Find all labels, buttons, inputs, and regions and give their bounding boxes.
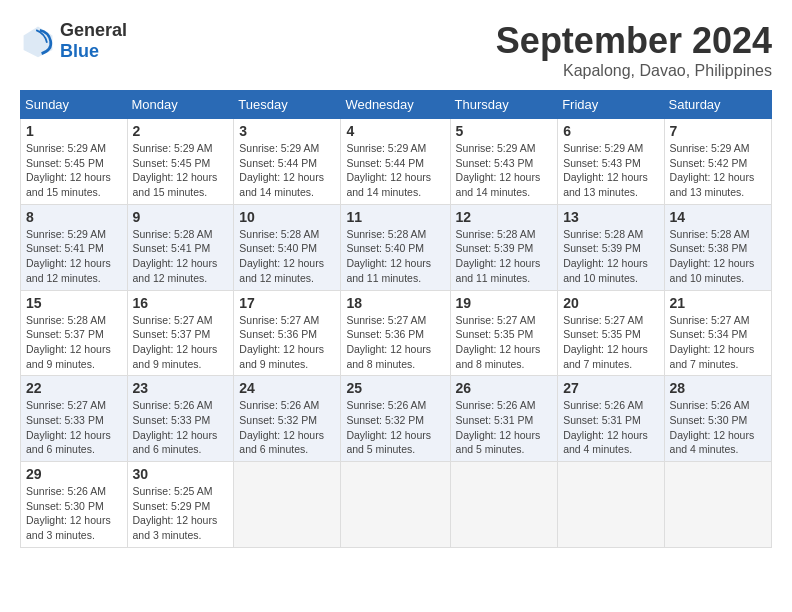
calendar-cell: 22Sunrise: 5:27 AMSunset: 5:33 PMDayligh… (21, 376, 128, 462)
day-info: Sunrise: 5:29 AMSunset: 5:42 PMDaylight:… (670, 141, 766, 200)
calendar-cell (664, 462, 771, 548)
calendar-cell: 14Sunrise: 5:28 AMSunset: 5:38 PMDayligh… (664, 204, 771, 290)
day-info: Sunrise: 5:29 AMSunset: 5:45 PMDaylight:… (26, 141, 122, 200)
logo: General Blue (20, 20, 127, 62)
calendar-week-row: 8Sunrise: 5:29 AMSunset: 5:41 PMDaylight… (21, 204, 772, 290)
day-number: 25 (346, 380, 444, 396)
day-info: Sunrise: 5:26 AMSunset: 5:32 PMDaylight:… (239, 398, 335, 457)
day-info: Sunrise: 5:25 AMSunset: 5:29 PMDaylight:… (133, 484, 229, 543)
day-info: Sunrise: 5:26 AMSunset: 5:32 PMDaylight:… (346, 398, 444, 457)
day-number: 21 (670, 295, 766, 311)
day-number: 7 (670, 123, 766, 139)
day-info: Sunrise: 5:27 AMSunset: 5:37 PMDaylight:… (133, 313, 229, 372)
title-area: September 2024 Kapalong, Davao, Philippi… (496, 20, 772, 80)
day-number: 24 (239, 380, 335, 396)
day-number: 23 (133, 380, 229, 396)
day-number: 22 (26, 380, 122, 396)
day-number: 6 (563, 123, 658, 139)
day-number: 16 (133, 295, 229, 311)
day-number: 27 (563, 380, 658, 396)
day-number: 18 (346, 295, 444, 311)
day-number: 3 (239, 123, 335, 139)
col-header-friday: Friday (558, 91, 664, 119)
calendar-cell (234, 462, 341, 548)
day-number: 4 (346, 123, 444, 139)
day-info: Sunrise: 5:28 AMSunset: 5:41 PMDaylight:… (133, 227, 229, 286)
day-info: Sunrise: 5:28 AMSunset: 5:38 PMDaylight:… (670, 227, 766, 286)
calendar-cell: 15Sunrise: 5:28 AMSunset: 5:37 PMDayligh… (21, 290, 128, 376)
day-info: Sunrise: 5:28 AMSunset: 5:40 PMDaylight:… (239, 227, 335, 286)
calendar-week-row: 15Sunrise: 5:28 AMSunset: 5:37 PMDayligh… (21, 290, 772, 376)
col-header-sunday: Sunday (21, 91, 128, 119)
day-number: 2 (133, 123, 229, 139)
day-number: 29 (26, 466, 122, 482)
day-number: 28 (670, 380, 766, 396)
calendar-cell: 18Sunrise: 5:27 AMSunset: 5:36 PMDayligh… (341, 290, 450, 376)
calendar-cell: 27Sunrise: 5:26 AMSunset: 5:31 PMDayligh… (558, 376, 664, 462)
logo-icon (20, 23, 56, 59)
day-number: 26 (456, 380, 553, 396)
calendar-cell: 2Sunrise: 5:29 AMSunset: 5:45 PMDaylight… (127, 119, 234, 205)
calendar-cell: 6Sunrise: 5:29 AMSunset: 5:43 PMDaylight… (558, 119, 664, 205)
day-number: 8 (26, 209, 122, 225)
day-info: Sunrise: 5:28 AMSunset: 5:37 PMDaylight:… (26, 313, 122, 372)
calendar-cell (450, 462, 558, 548)
day-info: Sunrise: 5:28 AMSunset: 5:40 PMDaylight:… (346, 227, 444, 286)
day-number: 5 (456, 123, 553, 139)
day-info: Sunrise: 5:27 AMSunset: 5:36 PMDaylight:… (239, 313, 335, 372)
day-number: 13 (563, 209, 658, 225)
page-header: General Blue September 2024 Kapalong, Da… (20, 20, 772, 80)
month-title: September 2024 (496, 20, 772, 62)
col-header-saturday: Saturday (664, 91, 771, 119)
col-header-wednesday: Wednesday (341, 91, 450, 119)
day-info: Sunrise: 5:29 AMSunset: 5:44 PMDaylight:… (239, 141, 335, 200)
calendar-cell: 16Sunrise: 5:27 AMSunset: 5:37 PMDayligh… (127, 290, 234, 376)
day-info: Sunrise: 5:29 AMSunset: 5:43 PMDaylight:… (456, 141, 553, 200)
day-number: 15 (26, 295, 122, 311)
day-number: 19 (456, 295, 553, 311)
day-info: Sunrise: 5:26 AMSunset: 5:30 PMDaylight:… (670, 398, 766, 457)
day-info: Sunrise: 5:26 AMSunset: 5:31 PMDaylight:… (563, 398, 658, 457)
col-header-monday: Monday (127, 91, 234, 119)
day-number: 17 (239, 295, 335, 311)
day-info: Sunrise: 5:28 AMSunset: 5:39 PMDaylight:… (563, 227, 658, 286)
day-info: Sunrise: 5:26 AMSunset: 5:31 PMDaylight:… (456, 398, 553, 457)
day-info: Sunrise: 5:27 AMSunset: 5:33 PMDaylight:… (26, 398, 122, 457)
day-info: Sunrise: 5:28 AMSunset: 5:39 PMDaylight:… (456, 227, 553, 286)
calendar-cell: 28Sunrise: 5:26 AMSunset: 5:30 PMDayligh… (664, 376, 771, 462)
day-info: Sunrise: 5:29 AMSunset: 5:43 PMDaylight:… (563, 141, 658, 200)
day-number: 10 (239, 209, 335, 225)
calendar-cell: 30Sunrise: 5:25 AMSunset: 5:29 PMDayligh… (127, 462, 234, 548)
calendar-cell (341, 462, 450, 548)
day-number: 14 (670, 209, 766, 225)
calendar-week-row: 22Sunrise: 5:27 AMSunset: 5:33 PMDayligh… (21, 376, 772, 462)
day-info: Sunrise: 5:29 AMSunset: 5:45 PMDaylight:… (133, 141, 229, 200)
calendar-cell (558, 462, 664, 548)
calendar-cell: 12Sunrise: 5:28 AMSunset: 5:39 PMDayligh… (450, 204, 558, 290)
day-number: 20 (563, 295, 658, 311)
calendar-cell: 23Sunrise: 5:26 AMSunset: 5:33 PMDayligh… (127, 376, 234, 462)
day-number: 12 (456, 209, 553, 225)
location: Kapalong, Davao, Philippines (496, 62, 772, 80)
calendar-cell: 24Sunrise: 5:26 AMSunset: 5:32 PMDayligh… (234, 376, 341, 462)
day-number: 1 (26, 123, 122, 139)
day-number: 11 (346, 209, 444, 225)
calendar-cell: 10Sunrise: 5:28 AMSunset: 5:40 PMDayligh… (234, 204, 341, 290)
calendar-cell: 25Sunrise: 5:26 AMSunset: 5:32 PMDayligh… (341, 376, 450, 462)
calendar-cell: 29Sunrise: 5:26 AMSunset: 5:30 PMDayligh… (21, 462, 128, 548)
day-info: Sunrise: 5:26 AMSunset: 5:30 PMDaylight:… (26, 484, 122, 543)
calendar-cell: 5Sunrise: 5:29 AMSunset: 5:43 PMDaylight… (450, 119, 558, 205)
day-info: Sunrise: 5:29 AMSunset: 5:44 PMDaylight:… (346, 141, 444, 200)
day-info: Sunrise: 5:29 AMSunset: 5:41 PMDaylight:… (26, 227, 122, 286)
calendar-cell: 13Sunrise: 5:28 AMSunset: 5:39 PMDayligh… (558, 204, 664, 290)
calendar-cell: 26Sunrise: 5:26 AMSunset: 5:31 PMDayligh… (450, 376, 558, 462)
calendar-cell: 9Sunrise: 5:28 AMSunset: 5:41 PMDaylight… (127, 204, 234, 290)
day-info: Sunrise: 5:27 AMSunset: 5:35 PMDaylight:… (456, 313, 553, 372)
calendar-cell: 19Sunrise: 5:27 AMSunset: 5:35 PMDayligh… (450, 290, 558, 376)
calendar-cell: 17Sunrise: 5:27 AMSunset: 5:36 PMDayligh… (234, 290, 341, 376)
calendar-cell: 1Sunrise: 5:29 AMSunset: 5:45 PMDaylight… (21, 119, 128, 205)
col-header-tuesday: Tuesday (234, 91, 341, 119)
calendar-table: SundayMondayTuesdayWednesdayThursdayFrid… (20, 90, 772, 548)
day-info: Sunrise: 5:26 AMSunset: 5:33 PMDaylight:… (133, 398, 229, 457)
day-number: 30 (133, 466, 229, 482)
